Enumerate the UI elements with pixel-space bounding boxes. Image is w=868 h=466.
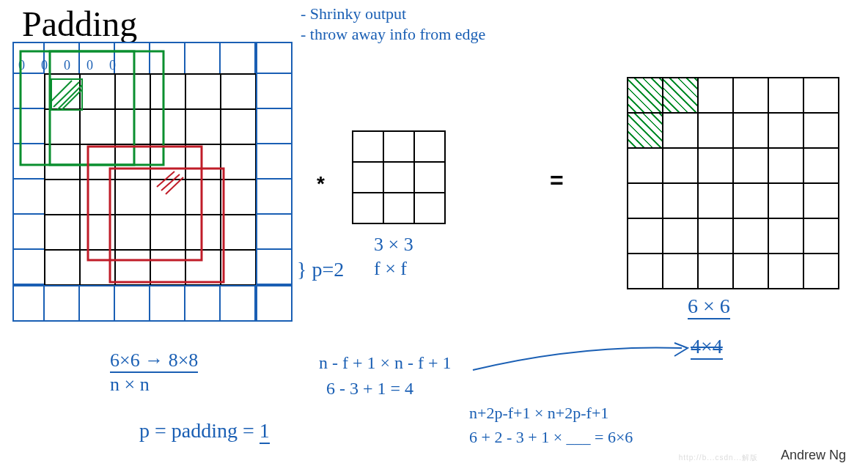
grid-cell [628, 113, 663, 148]
grid-cell [628, 254, 663, 289]
grid-cell [768, 254, 803, 289]
grid-cell [115, 215, 150, 250]
grid-cell [698, 148, 733, 183]
grid-cell [80, 215, 115, 250]
grid-cell [383, 193, 414, 223]
grid-cell [80, 250, 115, 285]
grid-cell [803, 113, 839, 148]
grid-cell [221, 74, 256, 109]
grid-cell [185, 144, 221, 180]
grid-cell [803, 218, 839, 254]
grid-cell [663, 148, 698, 183]
grid-cell [45, 109, 80, 144]
grid-cell [803, 78, 839, 113]
grid-cell [768, 183, 803, 218]
grid-cell [115, 180, 150, 215]
grid-cell [115, 109, 150, 144]
author-credit: Andrew Ng [781, 448, 846, 463]
padding-brace-label: } p=2 [297, 256, 344, 283]
equals-operator: = [550, 167, 564, 194]
grid-cell [353, 162, 383, 193]
input-var-label: n × n [110, 372, 150, 397]
conv-operator: * [317, 172, 325, 196]
grid-cell [733, 78, 768, 113]
grid-cell [115, 144, 150, 180]
grid-cell [414, 162, 445, 193]
grid-cell [221, 180, 256, 215]
grid-cell [221, 144, 256, 180]
grid-cell [698, 183, 733, 218]
grid-cell [45, 215, 80, 250]
grid-cell [185, 74, 221, 109]
grid-cell [414, 131, 445, 162]
grid-cell [80, 144, 115, 180]
page-title: Padding [22, 4, 137, 44]
grid-cell [221, 215, 256, 250]
grid-cell [383, 131, 414, 162]
grid-cell [698, 218, 733, 254]
output-size-label: 6 × 6 [688, 293, 730, 319]
grid-cell [80, 74, 115, 109]
grid-cell [733, 218, 768, 254]
grid-cell [698, 254, 733, 289]
padding-zeros: 00000 [18, 57, 132, 74]
grid-cell [663, 183, 698, 218]
grid-cell [185, 250, 221, 285]
grid-cell [768, 78, 803, 113]
grid-cell [185, 180, 221, 215]
padding-def-label: p = padding = 1 [139, 418, 270, 444]
grid-cell [733, 183, 768, 218]
grid-cell [383, 162, 414, 193]
grid-cell [150, 215, 185, 250]
filter-grid [352, 130, 446, 224]
grid-cell [698, 78, 733, 113]
grid-cell [628, 148, 663, 183]
grid-cell [414, 193, 445, 223]
note-bullet-2: - throw away info from edge [301, 24, 485, 45]
grid-cell [80, 180, 115, 215]
grid-cell [353, 193, 383, 223]
input-grid [44, 73, 257, 286]
grid-cell [45, 180, 80, 215]
grid-cell [80, 109, 115, 144]
formula2-calc-label: 6 + 2 - 3 + 1 × ___ = 6×6 [469, 427, 633, 448]
grid-cell [733, 113, 768, 148]
output-grid [627, 77, 839, 289]
grid-cell [45, 250, 80, 285]
formula1-label: n - f + 1 × n - f + 1 [319, 352, 452, 374]
grid-cell [150, 250, 185, 285]
grid-cell [663, 254, 698, 289]
grid-cell [150, 144, 185, 180]
grid-cell [221, 250, 256, 285]
grid-cell [733, 148, 768, 183]
grid-cell [45, 74, 80, 109]
grid-cell [663, 78, 698, 113]
grid-cell [185, 109, 221, 144]
arrow-to-output [469, 337, 696, 381]
grid-cell [185, 215, 221, 250]
grid-cell [733, 254, 768, 289]
grid-cell [768, 148, 803, 183]
grid-cell [115, 250, 150, 285]
grid-cell [150, 109, 185, 144]
input-dims-label: 6×6 → 8×8 [110, 348, 198, 373]
formula2-label: n+2p-f+1 × n+2p-f+1 [469, 403, 608, 424]
grid-cell [663, 218, 698, 254]
grid-cell [45, 144, 80, 180]
grid-cell [803, 254, 839, 289]
note-bullet-1: - Shrinky output [301, 4, 406, 25]
grid-cell [663, 113, 698, 148]
grid-cell [768, 113, 803, 148]
grid-cell [628, 183, 663, 218]
grid-cell [803, 148, 839, 183]
grid-cell [115, 74, 150, 109]
formula1-calc-label: 6 - 3 + 1 = 4 [326, 377, 413, 400]
filter-var-label: f × f [374, 256, 407, 281]
grid-cell [353, 131, 383, 162]
grid-cell [628, 218, 663, 254]
grid-cell [150, 74, 185, 109]
grid-cell [803, 183, 839, 218]
grid-cell [698, 113, 733, 148]
grid-cell [628, 78, 663, 113]
filter-size-label: 3 × 3 [374, 232, 413, 257]
